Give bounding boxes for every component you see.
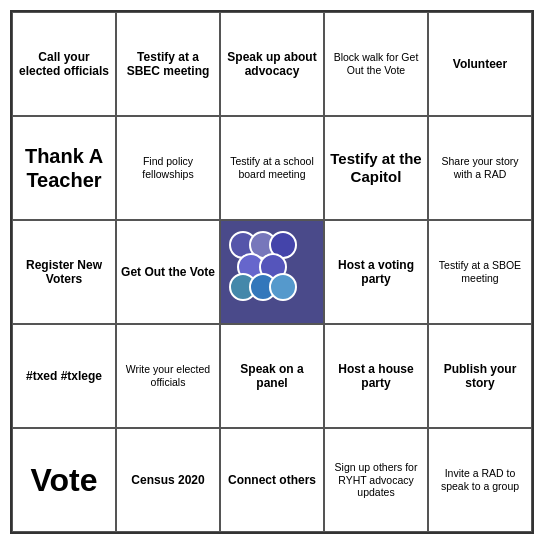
bingo-cell-r3c2[interactable]: Speak on a panel [220,324,324,428]
bingo-cell-r1c4[interactable]: Share your story with a RAD [428,116,532,220]
bingo-cell-r0c2[interactable]: Speak up about advocacy [220,12,324,116]
bingo-cell-r2c4[interactable]: Testify at a SBOE meeting [428,220,532,324]
bingo-cell-r4c3[interactable]: Sign up others for RYHT advocacy updates [324,428,428,532]
bingo-cell-r1c3[interactable]: Testify at the Capitol [324,116,428,220]
bingo-cell-r2c1[interactable]: Get Out the Vote [116,220,220,324]
bingo-cell-r3c0[interactable]: #txed #txlege [12,324,116,428]
bingo-cell-r4c2[interactable]: Connect others [220,428,324,532]
bingo-cell-r3c3[interactable]: Host a house party [324,324,428,428]
bingo-cell-r4c0[interactable]: Vote [12,428,116,532]
bingo-cell-r0c3[interactable]: Block walk for Get Out the Vote [324,12,428,116]
bingo-cell-r1c1[interactable]: Find policy fellowships [116,116,220,220]
bingo-cell-r0c1[interactable]: Testify at a SBEC meeting [116,12,220,116]
bingo-board: Call your elected officialsTestify at a … [10,10,534,534]
bingo-cell-r2c0[interactable]: Register New Voters [12,220,116,324]
bingo-cell-r1c2[interactable]: Testify at a school board meeting [220,116,324,220]
bingo-cell-r3c1[interactable]: Write your elected officials [116,324,220,428]
bingo-cell-r1c0[interactable]: Thank A Teacher [12,116,116,220]
bingo-cell-r0c4[interactable]: Volunteer [428,12,532,116]
bingo-cell-r0c0[interactable]: Call your elected officials [12,12,116,116]
bingo-cell-r2c2[interactable] [220,220,324,324]
bingo-cell-r2c3[interactable]: Host a voting party [324,220,428,324]
bingo-cell-r4c4[interactable]: Invite a RAD to speak to a group [428,428,532,532]
bingo-cell-r4c1[interactable]: Census 2020 [116,428,220,532]
bingo-cell-r3c4[interactable]: Publish your story [428,324,532,428]
